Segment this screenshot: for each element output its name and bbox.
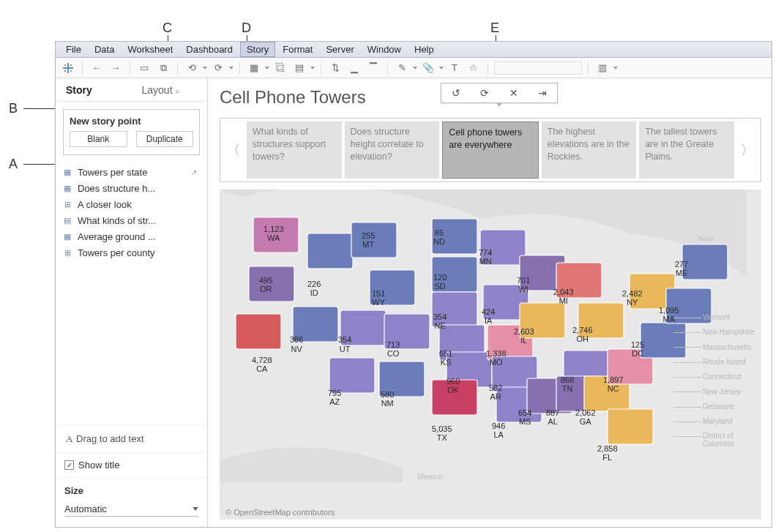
svg-text:Nova: Nova — [698, 235, 714, 242]
save-icon[interactable]: ▭ — [136, 61, 152, 75]
svg-rect-3 — [70, 64, 72, 66]
blank-button[interactable]: Blank — [70, 131, 127, 147]
menu-worksheet[interactable]: Worksheet — [122, 42, 179, 56]
callout-E: E — [490, 20, 499, 36]
story-canvas: Cell Phone Towers ↺ ⟳ ✕ ⇥ 〈 What kinds o… — [208, 78, 771, 527]
story-point-toolbar: ↺ ⟳ ✕ ⇥ — [441, 83, 558, 103]
story-navigator: 〈 What kinds of structures support tower… — [220, 118, 761, 182]
svg-rect-35 — [556, 263, 602, 298]
svg-rect-10 — [253, 217, 299, 252]
fit-selector[interactable] — [494, 61, 582, 75]
sort-asc-icon[interactable]: ▁ — [346, 61, 362, 75]
update-icon[interactable]: ⟳ — [477, 86, 493, 100]
story-point-card[interactable]: The tallest towers are in the Greate Pla… — [639, 121, 734, 179]
sheet-item[interactable]: ▦Towers per state↗ — [61, 164, 201, 180]
show-title-row[interactable]: ✓ Show title — [56, 452, 207, 477]
sheet-item[interactable]: ⊞Towers per county — [61, 244, 201, 261]
pause-icon[interactable]: ⟲ — [184, 61, 200, 75]
sheet-label: Towers per state — [78, 167, 191, 178]
redo-icon[interactable]: → — [108, 61, 124, 75]
cs-dropdown-icon[interactable] — [310, 66, 315, 70]
menu-file[interactable]: File — [60, 42, 87, 56]
swap-icon[interactable]: ⇅ — [327, 61, 343, 75]
svg-rect-13 — [307, 233, 353, 269]
menu-help[interactable]: Help — [408, 42, 440, 56]
sheet-item[interactable]: ⊞A closer look — [61, 196, 201, 212]
map-view[interactable]: MexicoNovaScotia 1,123WA495OR4,728CA226I… — [220, 190, 761, 520]
tableau-logo-icon[interactable] — [60, 61, 76, 75]
new-worksheet-icon[interactable]: ▦ — [246, 61, 262, 75]
group-icon[interactable]: 📎 — [420, 61, 436, 75]
east-state-label: New Hampshire — [703, 328, 755, 336]
drag-text-label: Drag to add text — [76, 433, 144, 444]
refresh-dropdown-icon[interactable] — [229, 66, 233, 70]
new-data-icon[interactable]: ⧉ — [155, 61, 171, 75]
pin-icon[interactable]: ☆ — [466, 61, 482, 75]
svg-rect-45 — [682, 244, 728, 280]
menu-story[interactable]: Story — [240, 42, 275, 57]
menu-data[interactable]: Data — [89, 42, 120, 56]
svg-rect-26 — [432, 380, 477, 415]
sheet-list: ▦Towers per state↗▦Does structure h...⊞A… — [56, 161, 207, 261]
svg-rect-21 — [432, 219, 477, 254]
highlight-icon[interactable]: ✎ — [394, 61, 410, 75]
menu-server[interactable]: Server — [320, 42, 359, 56]
svg-rect-20 — [379, 361, 425, 397]
east-state-label: District of Columbia — [703, 432, 761, 448]
undo-icon[interactable]: ← — [89, 61, 105, 75]
story-point-card[interactable]: The highest elevations are in the Rockie… — [542, 121, 637, 179]
nw-dropdown-icon[interactable] — [265, 66, 269, 70]
callout-B: B — [9, 101, 18, 116]
sheet-icon: ▦ — [61, 167, 73, 177]
clear-sheet-icon[interactable]: ▤ — [291, 61, 307, 75]
hl-dropdown-icon[interactable] — [413, 66, 417, 70]
east-state-label: Delaware — [703, 402, 733, 411]
showme-icon[interactable]: ▥ — [594, 61, 610, 75]
sheet-item[interactable]: ▦Does structure h... — [61, 180, 201, 196]
save-new-icon[interactable]: ⇥ — [534, 86, 550, 100]
story-point-card[interactable]: Does structure height correlate to eleva… — [345, 121, 440, 179]
side-tab-story[interactable]: Story — [56, 84, 132, 96]
sort-desc-icon[interactable]: ▔ — [365, 61, 381, 75]
revert-icon[interactable]: ↺ — [448, 86, 464, 100]
size-value: Automatic — [64, 503, 107, 514]
story-point-card[interactable]: What kinds of structures support towers? — [247, 121, 342, 179]
svg-rect-15 — [340, 310, 386, 345]
show-title-checkbox[interactable]: ✓ — [64, 460, 74, 470]
sheet-item[interactable]: ▦Average ground ... — [61, 228, 201, 244]
svg-rect-19 — [384, 314, 430, 349]
nav-next-button[interactable]: 〉 — [737, 121, 758, 179]
pause-dropdown-icon[interactable] — [203, 66, 207, 70]
menu-dashboard[interactable]: Dashboard — [180, 42, 239, 56]
sheet-icon: ▦ — [61, 183, 73, 193]
drag-to-add-text[interactable]: A Drag to add text — [56, 424, 207, 452]
grp-dropdown-icon[interactable] — [439, 66, 444, 70]
delete-icon[interactable]: ✕ — [506, 86, 522, 100]
showme-dropdown-icon[interactable] — [613, 66, 618, 70]
svg-rect-5 — [70, 70, 72, 72]
east-state-label: New Jersey — [703, 388, 741, 396]
side-tab-layout[interactable]: Layout≡ — [132, 84, 208, 96]
svg-rect-27 — [480, 230, 526, 265]
story-point-card[interactable]: Cell phone towers are everywhere — [442, 121, 539, 179]
sheet-icon: ▦ — [61, 231, 73, 241]
svg-rect-1 — [63, 67, 73, 69]
refresh-icon[interactable]: ⟳ — [210, 61, 226, 75]
sheet-label: A closer look — [78, 199, 191, 210]
side-panel: Story Layout≡ New story point Blank Dupl… — [56, 78, 208, 527]
menu-format[interactable]: Format — [277, 42, 318, 56]
svg-rect-23 — [432, 292, 477, 327]
menubar: File Data Worksheet Dashboard Story Form… — [56, 42, 771, 58]
sheet-item[interactable]: ▤What kinds of str... — [61, 212, 201, 228]
nav-prev-button[interactable]: 〈 — [223, 121, 244, 179]
external-icon: ↗ — [191, 168, 201, 176]
duplicate-sheet-icon[interactable]: ⿻ — [272, 61, 288, 75]
story-title[interactable]: Cell Phone Towers — [220, 87, 366, 108]
svg-rect-40 — [608, 409, 653, 444]
menu-window[interactable]: Window — [362, 42, 407, 56]
label-icon[interactable]: T — [446, 61, 463, 75]
duplicate-button[interactable]: Duplicate — [136, 131, 194, 147]
east-state-label: Rhode Island — [703, 358, 746, 366]
size-dropdown[interactable]: Automatic — [64, 502, 198, 517]
east-state-label: Vermont — [703, 313, 730, 321]
